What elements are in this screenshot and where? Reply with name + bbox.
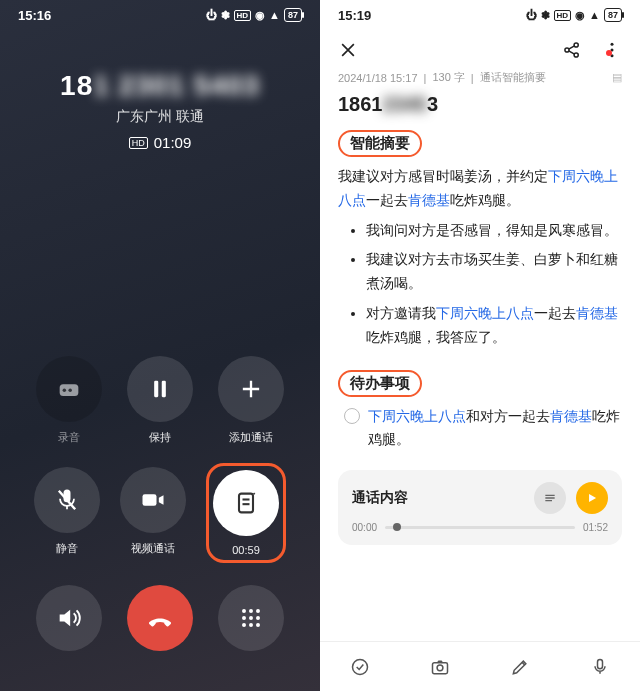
audio-player: 通话内容 00:00 01:52 xyxy=(338,470,622,545)
video-call-button[interactable]: 视频通话 xyxy=(120,467,186,563)
svg-rect-30 xyxy=(598,659,603,668)
add-call-button[interactable]: 添加通话 xyxy=(218,356,284,445)
summary-heading: 智能摘要 xyxy=(338,130,422,157)
camera-icon[interactable] xyxy=(430,657,450,677)
call-screen: 15:16 ⏻✽HD◉▲ 87 181 2301 5403 广东广州 联通 HD… xyxy=(0,0,320,691)
more-icon[interactable] xyxy=(602,40,622,60)
list-item: 对方邀请我下周六晚上八点一起去肯德基吃炸鸡腿，我答应了。 xyxy=(366,302,622,350)
svg-point-2 xyxy=(69,388,73,392)
hd-badge: HD xyxy=(129,137,148,149)
mute-button[interactable]: 静音 xyxy=(34,467,100,563)
hold-button[interactable]: 保持 xyxy=(127,356,193,445)
svg-point-18 xyxy=(242,623,246,627)
note-topbar xyxy=(320,30,640,70)
note-screen: 15:19 ⏻✽HD◉▲ 87 2024/1/18 15:17|130 字|通话… xyxy=(320,0,640,691)
svg-rect-3 xyxy=(154,381,158,397)
svg-point-13 xyxy=(249,609,253,613)
status-time: 15:19 xyxy=(338,8,371,23)
list-item: 我询问对方是否感冒，得知是风寒感冒。 xyxy=(366,219,622,243)
call-controls: 录音 保持 添加通话 静音 视频通话 00:59 xyxy=(0,356,320,673)
dialpad-button[interactable] xyxy=(218,585,284,651)
todo-heading: 待办事项 xyxy=(338,370,422,397)
hangup-button[interactable] xyxy=(127,585,193,651)
todo-item: 下周六晚上八点和对方一起去肯德基吃炸鸡腿。 xyxy=(338,405,622,453)
status-icons: ⏻✽HD◉▲ 87 xyxy=(526,8,622,22)
svg-rect-4 xyxy=(162,381,166,397)
note-meta: 2024/1/18 15:17|130 字|通话智能摘要 ▤ xyxy=(320,70,640,85)
call-info: 181 2301 5403 广东广州 联通 HD 01:09 xyxy=(0,70,320,151)
summary-section: 智能摘要 我建议对方感冒时喝姜汤，并约定下周六晚上八点一起去肯德基吃炸鸡腿。 我… xyxy=(320,130,640,370)
share-icon[interactable] xyxy=(562,40,582,60)
svg-point-27 xyxy=(353,659,368,674)
location-label: 广东广州 联通 xyxy=(0,108,320,126)
svg-point-19 xyxy=(249,623,253,627)
svg-point-14 xyxy=(256,609,260,613)
file-icon: ▤ xyxy=(612,71,622,84)
phone-number: 181 2301 5403 xyxy=(0,70,320,102)
list-item: 我建议对方去市场买生姜、白萝卜和红糖煮汤喝。 xyxy=(366,248,622,296)
player-play-button[interactable] xyxy=(576,482,608,514)
status-bar-left: 15:16 ⏻✽HD◉▲ 87 xyxy=(0,0,320,30)
svg-point-12 xyxy=(242,609,246,613)
record-button[interactable]: 录音 xyxy=(36,356,102,445)
speaker-button[interactable] xyxy=(36,585,102,651)
mic-icon[interactable] xyxy=(590,657,610,677)
todo-checkbox[interactable] xyxy=(344,408,360,424)
summary-bullets: 我询问对方是否感冒，得知是风寒感冒。 我建议对方去市场买生姜、白萝卜和红糖煮汤喝… xyxy=(338,213,622,362)
status-time: 15:16 xyxy=(18,8,51,23)
player-list-button[interactable] xyxy=(534,482,566,514)
status-icons: ⏻✽HD◉▲ 87 xyxy=(206,8,302,22)
svg-rect-9 xyxy=(239,494,253,513)
svg-point-16 xyxy=(249,616,253,620)
svg-point-20 xyxy=(256,623,260,627)
svg-point-24 xyxy=(611,43,614,46)
svg-point-17 xyxy=(256,616,260,620)
bottom-toolbar xyxy=(320,641,640,691)
status-bar-right: 15:19 ⏻✽HD◉▲ 87 xyxy=(320,0,640,30)
svg-point-29 xyxy=(437,664,443,670)
summary-text: 我建议对方感冒时喝姜汤，并约定下周六晚上八点一起去肯德基吃炸鸡腿。 xyxy=(338,165,622,213)
player-title: 通话内容 xyxy=(352,489,408,507)
todo-section: 待办事项 下周六晚上八点和对方一起去肯德基吃炸鸡腿。 xyxy=(320,370,640,461)
svg-point-1 xyxy=(63,388,67,392)
svg-point-15 xyxy=(242,616,246,620)
svg-rect-8 xyxy=(143,494,157,506)
place-link[interactable]: 肯德基 xyxy=(408,192,450,208)
edit-icon[interactable] xyxy=(510,657,530,677)
call-timer: HD 01:09 xyxy=(0,134,320,151)
check-icon[interactable] xyxy=(350,657,370,677)
player-progress[interactable]: 00:00 01:52 xyxy=(352,522,608,533)
call-note-button[interactable]: 00:59 xyxy=(206,463,286,563)
note-title: 186123453 xyxy=(320,85,640,130)
close-icon[interactable] xyxy=(338,40,358,60)
